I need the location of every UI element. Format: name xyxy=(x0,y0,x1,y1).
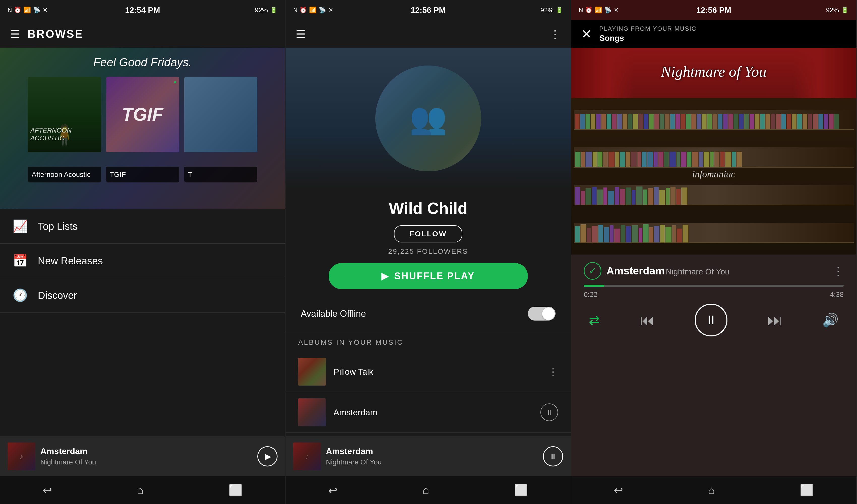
silent-icon: ✕ xyxy=(43,6,48,14)
card-overlay: AFTERNOONACOUSTIC xyxy=(31,127,71,142)
book-s4-1 xyxy=(575,226,580,242)
album-more-1[interactable]: ⋮ xyxy=(548,366,558,377)
np-thumb-2: ♪ xyxy=(293,442,321,470)
artist-panel: Ν ⏰ 📶 📡 ✕ 12:56 PM 92% 🔋 ☰ ⋮ 👥 Wild Chil… xyxy=(286,0,571,504)
shuffle-control-btn[interactable]: ⇄ xyxy=(589,313,600,327)
next-btn[interactable]: ⏭ xyxy=(767,312,783,329)
play-pause-main-btn[interactable]: ⏸ xyxy=(695,304,727,336)
alarm-icon: ⏰ xyxy=(14,6,21,14)
previous-btn[interactable]: ⏮ xyxy=(640,312,655,329)
book-s4-9 xyxy=(621,225,625,242)
silent-icon-3: ✕ xyxy=(614,6,619,14)
status-icons-right-3: 92% 🔋 xyxy=(826,6,849,14)
signal-icon-3: 📡 xyxy=(604,6,612,14)
book-s4-13 xyxy=(643,224,649,242)
discover-icon: 🕐 xyxy=(13,288,28,302)
playlist-card-afternoon[interactable]: 🧍 AFTERNOONACOUSTIC Afternoon Acoustic xyxy=(28,77,101,182)
back-btn-2[interactable]: ↩ xyxy=(328,484,337,497)
book-s4-4 xyxy=(592,226,598,242)
book-s4-12 xyxy=(639,228,642,242)
track-check-btn[interactable]: ✓ xyxy=(584,262,601,280)
book-s4-16 xyxy=(660,225,665,242)
pause-icon-album: ⏸ xyxy=(546,408,553,417)
calendar-icon: 📅 xyxy=(13,254,28,268)
home-btn-2[interactable]: ⌂ xyxy=(422,484,429,497)
book-s3-6 xyxy=(603,187,607,205)
book-s3-12 xyxy=(636,186,642,205)
album-item-2[interactable]: Amsterdam ⏸ xyxy=(286,392,571,433)
more-icon-2[interactable]: ⋮ xyxy=(550,28,560,40)
artist-content: 👥 Wild Child FOLLOW 29,225 FOLLOWERS ▶ S… xyxy=(286,48,571,476)
album-item-1[interactable]: Pillow Talk ⋮ xyxy=(286,352,571,392)
nav-discover[interactable]: 🕐 Discover xyxy=(0,278,285,313)
progress-bar-fill xyxy=(584,285,604,287)
book-s4-17 xyxy=(666,227,671,242)
status-icons-right-2: 92% 🔋 xyxy=(540,6,563,14)
card-afternoon-bg: 🧍 AFTERNOONACOUSTIC xyxy=(28,77,101,152)
bottom-nav-2: ↩ ⌂ ⬜ xyxy=(286,476,571,504)
album-pause-btn[interactable]: ⏸ xyxy=(540,403,558,421)
menu-icon-2[interactable]: ☰ xyxy=(296,28,305,40)
recent-btn-1[interactable]: ⬜ xyxy=(229,484,242,497)
progress-bar-container[interactable] xyxy=(584,285,844,287)
album-thumb-pillowtalk xyxy=(298,358,326,386)
playlist-card-3[interactable]: T xyxy=(184,77,257,182)
track-name: Amsterdam xyxy=(606,265,665,277)
close-icon[interactable]: ✕ xyxy=(581,27,592,41)
menu-icon[interactable]: ☰ xyxy=(10,28,20,40)
nav-new-releases[interactable]: 📅 New Releases xyxy=(0,244,285,278)
wifi-icon-2: 📶 xyxy=(309,6,317,14)
hero-cards: 🧍 AFTERNOONACOUSTIC Afternoon Acoustic T… xyxy=(23,77,263,182)
people-group-icon: 👥 xyxy=(409,101,447,136)
np-artist-1: Nightmare Of You xyxy=(40,458,252,466)
signal-icon: 📡 xyxy=(33,6,40,14)
status-bar-2: Ν ⏰ 📶 📡 ✕ 12:56 PM 92% 🔋 xyxy=(286,0,571,20)
np-title-1: Amsterdam xyxy=(40,446,252,456)
browse-panel: Ν ⏰ 📶 📡 ✕ 12:54 PM 92% 🔋 ☰ BROWSE Feel G… xyxy=(0,0,286,504)
home-btn-1[interactable]: ⌂ xyxy=(137,484,144,497)
book-s4-10 xyxy=(626,226,631,242)
bottom-nav-1: ↩ ⌂ ⬜ xyxy=(0,476,285,504)
albums-header: ALBUMS IN YOUR MUSIC xyxy=(286,331,571,352)
total-time: 4:38 xyxy=(830,290,844,299)
silent-icon-2: ✕ xyxy=(328,6,333,14)
nfc-icon-3: Ν xyxy=(579,6,583,14)
back-btn-3[interactable]: ↩ xyxy=(614,484,623,497)
shuffle-play-label: SHUFFLE PLAY xyxy=(394,271,475,282)
playing-from-name: Songs xyxy=(600,34,696,43)
track-more-btn[interactable]: ⋮ xyxy=(833,265,844,278)
offline-label: Available Offline xyxy=(301,308,366,319)
back-btn-1[interactable]: ↩ xyxy=(43,484,52,497)
np-thumb-art-2: ♪ xyxy=(293,442,321,470)
book-s4-7 xyxy=(610,225,614,242)
bottom-nav-3: ↩ ⌂ ⬜ xyxy=(571,476,856,504)
book-s4-15 xyxy=(654,226,659,242)
np-artist-2: Nightmare Of You xyxy=(326,458,538,466)
book-s4-3 xyxy=(587,228,591,242)
home-btn-3[interactable]: ⌂ xyxy=(708,484,715,497)
book-s3-10 xyxy=(626,187,631,205)
pause-icon-2: ⏸ xyxy=(549,452,557,461)
alarm-icon-2: ⏰ xyxy=(300,6,307,14)
recent-btn-2[interactable]: ⬜ xyxy=(514,484,528,497)
np-play-btn-1[interactable]: ▶ xyxy=(257,446,278,467)
card-3-bg xyxy=(184,77,257,152)
book-s4-14 xyxy=(649,227,653,242)
nav-top-lists[interactable]: 📈 Top Lists xyxy=(0,209,285,244)
offline-toggle[interactable] xyxy=(528,307,556,321)
battery-icon-2: 🔋 xyxy=(556,6,563,14)
follow-button[interactable]: FOLLOW xyxy=(394,225,463,242)
np-thumb-1: ♪ xyxy=(7,442,35,470)
np-pause-btn-2[interactable]: ⏸ xyxy=(543,446,563,467)
nfc-icon: Ν xyxy=(7,6,12,14)
shuffle-play-button[interactable]: ▶ SHUFFLE PLAY xyxy=(329,263,528,289)
player-controls: ✓ Amsterdam Nightmare Of You ⋮ 0:22 4:38 xyxy=(571,254,856,476)
recent-btn-3[interactable]: ⬜ xyxy=(800,484,814,497)
volume-btn[interactable]: 🔊 xyxy=(822,313,839,328)
now-playing-bar-1: ♪ Amsterdam Nightmare Of You ▶ xyxy=(0,436,285,476)
status-icons-left-1: Ν ⏰ 📶 📡 ✕ xyxy=(7,6,48,14)
followers-count: 29,225 FOLLOWERS xyxy=(388,248,468,255)
playlist-card-tgif[interactable]: TGIF ● TGIF xyxy=(106,77,179,182)
book-s3-20 xyxy=(681,187,687,205)
nav-new-releases-label: New Releases xyxy=(38,255,103,267)
